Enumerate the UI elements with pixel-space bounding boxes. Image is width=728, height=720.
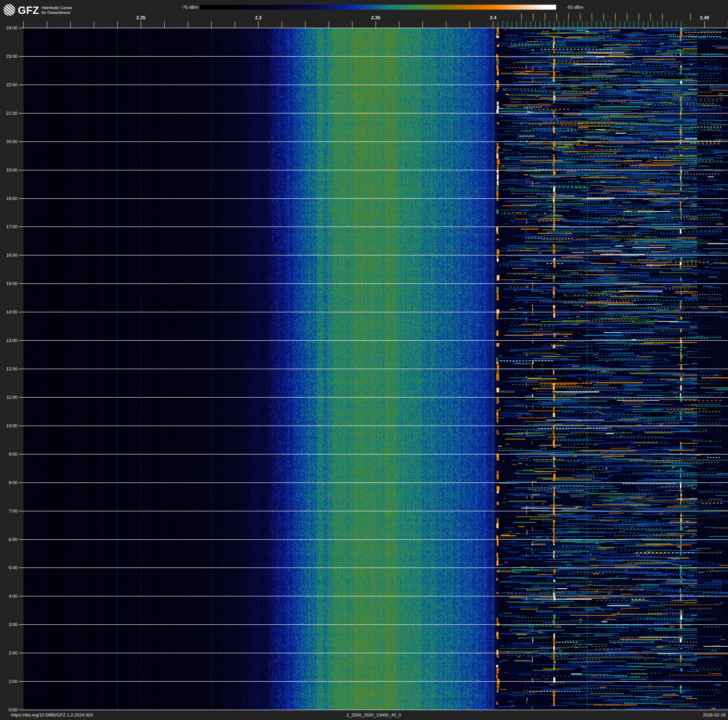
frequency-tick-label: 2.25	[136, 15, 145, 20]
ble-channel-tick	[648, 21, 648, 28]
hour-label: 8:00	[1, 480, 17, 485]
frequency-minor-tick	[188, 21, 188, 28]
hour-gridline	[19, 141, 728, 142]
wifi-channel-tick	[639, 13, 639, 20]
ble-channel-tick	[568, 21, 569, 28]
gfz-globe-icon	[3, 4, 15, 17]
hour-gridline	[19, 681, 728, 682]
ble-channel-tick	[620, 21, 620, 28]
hour-label: 19:00	[1, 167, 17, 173]
hour-gridline	[19, 454, 728, 455]
wifi-channel-tick	[533, 13, 534, 20]
frequency-minor-tick	[376, 21, 376, 28]
ble-channel-tick	[587, 21, 587, 28]
hour-label: 2:00	[1, 650, 17, 656]
hour-gridline	[19, 483, 728, 483]
hour-gridline	[19, 113, 728, 113]
frequency-minor-tick	[305, 21, 306, 28]
ble-channel-tick	[657, 21, 658, 28]
wifi-channel-tick	[650, 13, 651, 20]
colorbar	[200, 5, 556, 10]
frequency-minor-tick	[23, 21, 24, 28]
hour-label: 4:00	[1, 594, 17, 599]
footer-doi-link[interactable]: https://doi.org/10.5880/GFZ.1.2.2024.003	[11, 712, 93, 718]
hour-label: 7:00	[1, 509, 17, 514]
hour-label: 1:00	[1, 679, 17, 684]
frequency-minor-tick	[70, 21, 71, 28]
frequency-minor-tick	[704, 21, 705, 28]
hour-label: 9:00	[1, 452, 17, 457]
ble-channel-tick	[531, 21, 531, 28]
ble-channel-tick	[535, 21, 536, 28]
ble-channel-tick	[559, 21, 559, 28]
frequency-minor-tick	[446, 21, 447, 28]
hour-label: 18:00	[1, 196, 17, 201]
ble-channel-tick	[573, 21, 573, 28]
frequency-minor-tick	[399, 21, 399, 28]
wifi-channel-tick	[544, 13, 545, 20]
footer-station-id: 2_2200_2500_10000_40_0	[346, 712, 401, 718]
ble-channel-tick	[634, 21, 634, 28]
hour-gridline	[19, 198, 728, 199]
wifi-channel-tick	[592, 13, 592, 20]
hour-gridline	[19, 84, 728, 85]
ble-channel-tick	[615, 21, 615, 28]
hour-gridline	[19, 227, 728, 227]
ble-channel-tick	[601, 21, 601, 28]
frequency-minor-tick	[281, 21, 282, 28]
hour-label: 20:00	[1, 139, 17, 144]
ble-channel-tick	[544, 21, 545, 28]
wifi-channel-tick	[556, 13, 557, 20]
ble-channel-tick	[643, 21, 644, 28]
hour-gridline	[19, 624, 728, 625]
ble-channel-tick	[662, 21, 662, 28]
wifi-channel-tick	[568, 13, 569, 20]
hour-gridline	[19, 28, 728, 28]
gfz-logo: GFZ Helmholtz Centre for Geosciences	[3, 4, 72, 17]
hour-label: 14:00	[1, 309, 17, 315]
ble-channel-tick	[676, 21, 677, 28]
ble-channel-tick	[671, 21, 672, 28]
wifi-channel-tick	[690, 13, 691, 20]
frequency-minor-tick	[47, 21, 47, 28]
ble-channel-tick	[653, 21, 653, 28]
hour-label: 10:00	[1, 423, 17, 428]
frequency-minor-tick	[352, 21, 352, 28]
hour-gridline	[19, 283, 728, 284]
ble-channel-tick	[610, 21, 611, 28]
hour-label: 15:00	[1, 281, 17, 286]
hour-gridline	[19, 56, 728, 57]
hour-label: 21:00	[1, 111, 17, 116]
hour-gridline	[19, 653, 728, 653]
colorbar-max-label: -55 dBm	[566, 5, 583, 10]
frequency-minor-tick	[493, 21, 493, 28]
hour-gridline	[19, 397, 728, 398]
ble-channel-tick	[498, 21, 498, 28]
frequency-tick-label: 2.35	[371, 15, 381, 20]
frequency-minor-tick	[164, 21, 165, 28]
ble-channel-tick	[596, 21, 597, 28]
wifi-channel-tick	[662, 13, 663, 20]
hour-label: 11:00	[1, 395, 17, 400]
ble-channel-tick	[629, 21, 630, 28]
frequency-minor-tick	[94, 21, 94, 28]
gfz-subtitle: Helmholtz Centre for Geosciences	[41, 6, 72, 15]
ble-channel-tick	[502, 21, 503, 28]
hour-gridline	[19, 312, 728, 312]
wifi-channel-tick	[580, 13, 581, 20]
hour-gridline	[19, 567, 728, 568]
ble-channel-tick	[624, 21, 625, 28]
hour-label: 6:00	[1, 537, 17, 542]
ble-channel-tick	[512, 21, 512, 28]
footer-date: 2026-02-18	[703, 712, 726, 718]
gfz-subtitle-line2: for Geosciences	[41, 10, 72, 15]
frequency-minor-tick	[258, 21, 258, 28]
frequency-tick-label: 2.49	[700, 15, 709, 20]
hour-gridline	[19, 539, 728, 540]
ble-channel-tick	[582, 21, 583, 28]
frequency-minor-tick	[422, 21, 423, 28]
frequency-minor-tick	[329, 21, 329, 28]
gfz-subtitle-line1: Helmholtz Centre	[41, 6, 72, 10]
ble-channel-tick	[526, 21, 526, 28]
hour-label: 12:00	[1, 366, 17, 372]
